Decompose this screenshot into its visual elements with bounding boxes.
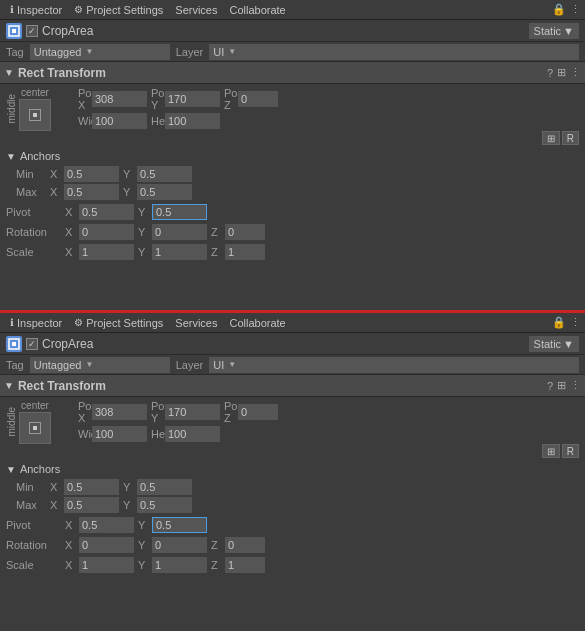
r-reset-btn-1[interactable]: R: [562, 131, 579, 145]
scale-z-input-1[interactable]: [225, 244, 265, 260]
pivot-y-input-1[interactable]: [152, 204, 207, 220]
r-reset-btn-2[interactable]: R: [562, 444, 579, 458]
tag-dropdown-2[interactable]: Untagged ▼: [30, 357, 170, 373]
collapse-triangle-2[interactable]: ▼: [4, 380, 14, 391]
top-bar-2: ℹ Inspector ⚙ Project Settings Services …: [0, 313, 585, 333]
posx-input-1[interactable]: [92, 91, 147, 107]
anchor-min-y-input-1[interactable]: [137, 166, 192, 182]
posx-input-2[interactable]: [92, 404, 147, 420]
tab-inspector[interactable]: ℹ Inspector: [4, 0, 68, 19]
help-icon-2[interactable]: ?: [547, 380, 553, 392]
wh-row-1: Width Height: [78, 113, 579, 129]
menu2-icon[interactable]: ⋮: [570, 316, 581, 329]
tag-value-2: Untagged: [34, 359, 82, 371]
object-name-2: CropArea: [42, 337, 525, 351]
posy-group-2: Pos Y: [151, 400, 220, 424]
svg-rect-3: [12, 342, 16, 346]
middle-label-1: middle: [6, 94, 17, 123]
posy-input-2[interactable]: [165, 404, 220, 420]
component-header-2: ▼ Rect Transform ? ⊞ ⋮: [0, 375, 585, 397]
active-checkbox-2[interactable]: [26, 338, 38, 350]
anchors-section-2: ▼ Anchors Min X Y Max: [6, 460, 579, 514]
tab2-services[interactable]: Services: [169, 313, 223, 332]
pivot-y-input-2[interactable]: [152, 517, 207, 533]
scale-y-input-1[interactable]: [152, 244, 207, 260]
rot-x-input-1[interactable]: [79, 224, 134, 240]
component-icons-2: ? ⊞ ⋮: [547, 379, 581, 392]
scale-x-input-1[interactable]: [79, 244, 134, 260]
grid-reset-btn-2[interactable]: ⊞: [542, 444, 560, 458]
anchors-triangle-1: ▼: [6, 151, 16, 162]
height-group-1: Height: [151, 113, 220, 129]
rot-x-1: X: [65, 224, 134, 240]
help-icon-1[interactable]: ?: [547, 67, 553, 79]
anchor-diagram-1[interactable]: [19, 99, 51, 131]
tab-project-settings[interactable]: ⚙ Project Settings: [68, 0, 169, 19]
width-input-1[interactable]: [92, 113, 147, 129]
tab2-inspector[interactable]: ℹ Inspector: [4, 313, 68, 332]
anchor-max-x-input-1[interactable]: [64, 184, 119, 200]
anchor-max-y-1: Y: [123, 184, 192, 200]
rot-y-input-2[interactable]: [152, 537, 207, 553]
tab2-project-settings[interactable]: ⚙ Project Settings: [68, 313, 169, 332]
object-icon-2: [6, 336, 22, 352]
anchors-header-2[interactable]: ▼ Anchors: [6, 460, 579, 478]
lock-icon[interactable]: 🔒: [552, 3, 566, 16]
anchor-max-y-input-2[interactable]: [137, 497, 192, 513]
layer-dropdown-2[interactable]: UI ▼: [209, 357, 579, 373]
scale-y-input-2[interactable]: [152, 557, 207, 573]
center-label-1: center: [21, 87, 49, 98]
scale-z-2: Z: [211, 557, 265, 573]
inspector-icon: ℹ: [10, 4, 14, 15]
lock2-icon[interactable]: 🔒: [552, 316, 566, 329]
anchors-label-1: Anchors: [20, 150, 60, 162]
settings-icon-2[interactable]: ⊞: [557, 379, 566, 392]
anchor-min-y-input-2[interactable]: [137, 479, 192, 495]
rect-transform-1: ▼ Rect Transform ? ⊞ ⋮ middle center: [0, 62, 585, 264]
layer-dropdown-1[interactable]: UI ▼: [209, 44, 579, 60]
static-button-1[interactable]: Static ▼: [529, 23, 579, 39]
active-checkbox-1[interactable]: [26, 25, 38, 37]
pivot-x-input-2[interactable]: [79, 517, 134, 533]
reset-area-2: ⊞ R: [78, 444, 579, 458]
rotation-label-2: Rotation: [6, 539, 61, 551]
rot-x-input-2[interactable]: [79, 537, 134, 553]
tab-services[interactable]: Services: [169, 0, 223, 19]
overflow-icon-1[interactable]: ⋮: [570, 66, 581, 79]
tag-dropdown-1[interactable]: Untagged ▼: [30, 44, 170, 60]
menu-icon[interactable]: ⋮: [570, 3, 581, 16]
anchor-dot-1: [33, 113, 37, 117]
width-input-2[interactable]: [92, 426, 147, 442]
anchor-min-x-input-2[interactable]: [64, 479, 119, 495]
anchor-min-x-input-1[interactable]: [64, 166, 119, 182]
posz-group-2: Pos Z: [224, 400, 278, 424]
rot-z-input-1[interactable]: [225, 224, 265, 240]
static-button-2[interactable]: Static ▼: [529, 336, 579, 352]
scale-z-input-2[interactable]: [225, 557, 265, 573]
tag-layer-row-1: Tag Untagged ▼ Layer UI ▼: [0, 42, 585, 62]
collapse-triangle-1[interactable]: ▼: [4, 67, 14, 78]
pivot-x-input-1[interactable]: [79, 204, 134, 220]
overflow-icon-2[interactable]: ⋮: [570, 379, 581, 392]
scale-row-1: Scale X Y Z: [6, 243, 579, 261]
anchor-diagram-2[interactable]: [19, 412, 51, 444]
grid-reset-btn-1[interactable]: ⊞: [542, 131, 560, 145]
height-input-1[interactable]: [165, 113, 220, 129]
tag-layer-row-2: Tag Untagged ▼ Layer UI ▼: [0, 355, 585, 375]
rot-y-input-1[interactable]: [152, 224, 207, 240]
rot-z-input-2[interactable]: [225, 537, 265, 553]
anchor-max-x-input-2[interactable]: [64, 497, 119, 513]
posy-input-1[interactable]: [165, 91, 220, 107]
height-input-2[interactable]: [165, 426, 220, 442]
anchor-max-y-input-1[interactable]: [137, 184, 192, 200]
anchors-header-1[interactable]: ▼ Anchors: [6, 147, 579, 165]
tab2-collaborate[interactable]: Collaborate: [223, 313, 291, 332]
tab-collaborate[interactable]: Collaborate: [223, 0, 291, 19]
posz-input-2[interactable]: [238, 404, 278, 420]
layer-arrow-1: ▼: [228, 47, 236, 56]
scale-row-2: Scale X Y Z: [6, 556, 579, 574]
posz-input-1[interactable]: [238, 91, 278, 107]
settings-icon-1[interactable]: ⊞: [557, 66, 566, 79]
tab-collaborate-label: Collaborate: [229, 4, 285, 16]
scale-x-input-2[interactable]: [79, 557, 134, 573]
